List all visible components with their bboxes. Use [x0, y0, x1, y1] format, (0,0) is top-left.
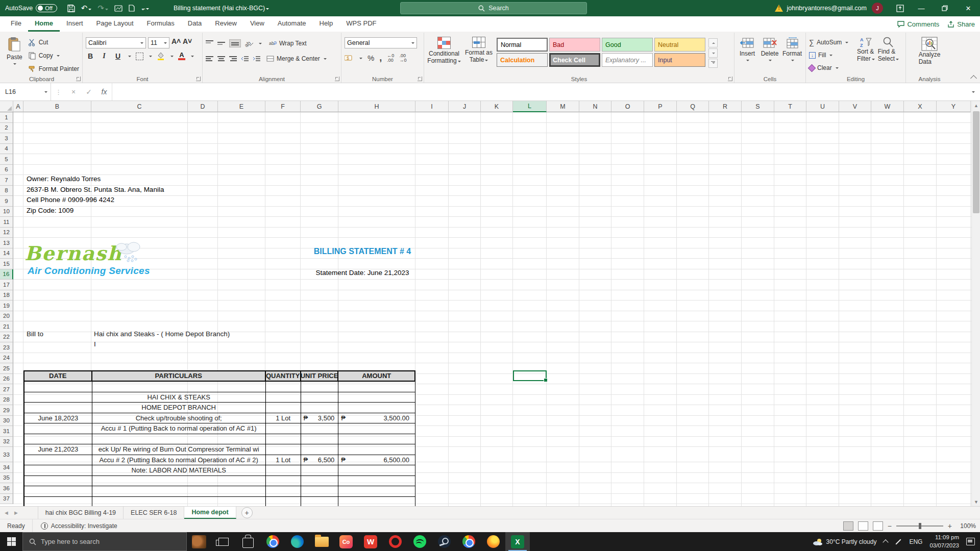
- fill-button[interactable]: ↓Fill: [809, 49, 854, 61]
- tab-wps-pdf[interactable]: WPS PDF: [339, 16, 383, 32]
- account-email[interactable]: johnbryantorres@gmail.com: [787, 5, 867, 12]
- column-header-P[interactable]: P: [644, 101, 677, 112]
- cell-unit-price[interactable]: [301, 444, 339, 455]
- cell-particulars[interactable]: [92, 434, 266, 445]
- cell-date[interactable]: June 21,2023: [24, 444, 92, 455]
- cell-amount[interactable]: [338, 465, 415, 476]
- cell-date[interactable]: [24, 392, 92, 403]
- row-header-37[interactable]: 37: [0, 494, 13, 505]
- action-center-icon[interactable]: [966, 538, 975, 545]
- styles-more-icon[interactable]: [708, 59, 718, 68]
- font-size-select[interactable]: 11: [148, 37, 169, 48]
- table-row[interactable]: HAI CHIX & STEAKS: [24, 392, 415, 403]
- name-box[interactable]: L16: [0, 83, 51, 101]
- copy-button[interactable]: Copy: [28, 50, 79, 61]
- table-row[interactable]: [24, 497, 415, 507]
- comments-button[interactable]: Comments: [897, 20, 939, 28]
- weather-widget[interactable]: 30°C Partly cloudy: [813, 538, 877, 546]
- tab-help[interactable]: Help: [313, 16, 340, 32]
- wps-office-icon[interactable]: W: [358, 532, 383, 551]
- column-header-M[interactable]: M: [547, 101, 579, 112]
- analyze-data-button[interactable]: AnalyzeData: [919, 35, 941, 74]
- row-header-10[interactable]: 10: [0, 207, 13, 217]
- spotify-icon[interactable]: [407, 532, 432, 551]
- tab-review[interactable]: Review: [208, 16, 243, 32]
- merge-center-button[interactable]: Merge & Center: [266, 53, 327, 64]
- italic-button[interactable]: I: [100, 52, 109, 60]
- cell-date[interactable]: [24, 497, 92, 507]
- table-row[interactable]: [24, 434, 415, 445]
- cell-particulars[interactable]: Accu # 2 (Putting Back to normal Operati…: [92, 455, 266, 466]
- steam-icon[interactable]: [432, 532, 456, 551]
- cancel-entry-icon[interactable]: ×: [66, 88, 81, 96]
- column-header-C[interactable]: C: [91, 101, 188, 112]
- format-cells-button[interactable]: Format: [782, 35, 802, 74]
- vertical-scroll-thumb[interactable]: [973, 111, 979, 213]
- row-header-18[interactable]: 18: [0, 290, 13, 301]
- fill-color-icon[interactable]: [157, 52, 165, 60]
- font-color-icon[interactable]: A: [178, 52, 185, 60]
- tab-automate[interactable]: Automate: [271, 16, 313, 32]
- row-header-30[interactable]: 30: [0, 416, 13, 427]
- insert-cells-button[interactable]: Insert: [738, 35, 757, 74]
- insert-function-icon[interactable]: fx: [96, 88, 112, 96]
- column-header-V[interactable]: V: [839, 101, 871, 112]
- scroll-up-icon[interactable]: ▲: [972, 101, 980, 110]
- column-header-D[interactable]: D: [188, 101, 218, 112]
- cell-particulars[interactable]: eck Up/ Re wiring of Burn Out Compressor…: [92, 444, 266, 455]
- save-icon[interactable]: [67, 5, 75, 12]
- styles-scroll-up-icon[interactable]: [708, 38, 718, 47]
- cell-quantity[interactable]: 1 Lot: [266, 413, 301, 424]
- cell-particulars[interactable]: Check up/trouble shooting of;: [92, 413, 266, 424]
- column-header-R[interactable]: R: [709, 101, 742, 112]
- row-header-22[interactable]: 22: [0, 332, 13, 343]
- row-header-5[interactable]: 5: [0, 154, 13, 165]
- sheet-nav-right-icon[interactable]: ►: [10, 510, 22, 516]
- align-center-icon[interactable]: [217, 56, 225, 62]
- cell-quantity[interactable]: [266, 465, 301, 476]
- zoom-slider-knob[interactable]: [919, 523, 921, 529]
- row-header-1[interactable]: 1: [0, 112, 13, 123]
- number-format-select[interactable]: General: [345, 37, 417, 48]
- table-row[interactable]: [24, 486, 415, 497]
- row-header-13[interactable]: 13: [0, 238, 13, 248]
- cell-date[interactable]: June 18,2023: [24, 413, 92, 424]
- row-header-16[interactable]: 16: [0, 269, 13, 280]
- wrap-text-button[interactable]: abWrap Text: [269, 38, 307, 49]
- row-header-35[interactable]: 35: [0, 473, 13, 484]
- style-chip-normal[interactable]: Normal: [497, 38, 548, 52]
- column-header-I[interactable]: I: [415, 101, 449, 112]
- cell-quantity[interactable]: 1 Lot: [266, 455, 301, 466]
- customize-quick-access-icon[interactable]: [114, 5, 122, 12]
- column-header-T[interactable]: T: [774, 101, 806, 112]
- cell-amount[interactable]: ₱6,500.00: [338, 455, 415, 466]
- cell-unit-price[interactable]: [301, 486, 339, 497]
- cut-button[interactable]: Cut: [28, 37, 79, 48]
- row-header-4[interactable]: 4: [0, 144, 13, 155]
- column-header-X[interactable]: X: [904, 101, 937, 112]
- row-header-36[interactable]: 36: [0, 483, 13, 494]
- borders-icon[interactable]: [136, 53, 143, 60]
- number-dialog-launcher[interactable]: [418, 77, 422, 81]
- normal-view-icon[interactable]: [843, 521, 853, 531]
- row-header-34[interactable]: 34: [0, 462, 13, 473]
- column-header-L[interactable]: L: [513, 101, 547, 112]
- cell-unit-price[interactable]: [301, 423, 339, 434]
- column-header-G[interactable]: G: [301, 101, 338, 112]
- row-header-24[interactable]: 24: [0, 353, 13, 364]
- cell-unit-price[interactable]: [301, 403, 339, 413]
- cell-particulars[interactable]: [92, 382, 266, 392]
- increase-indent-icon[interactable]: [253, 56, 260, 62]
- account-warning-icon[interactable]: [775, 5, 783, 12]
- cell-quantity[interactable]: [266, 497, 301, 507]
- cell-particulars[interactable]: HAI CHIX & STEAKS: [92, 392, 266, 403]
- sheet-tab-home-depot[interactable]: Home depot: [184, 507, 236, 519]
- tab-formulas[interactable]: Formulas: [140, 16, 181, 32]
- cell-quantity[interactable]: [266, 423, 301, 434]
- row-header-6[interactable]: 6: [0, 165, 13, 176]
- cell-amount[interactable]: [338, 476, 415, 487]
- cell-amount[interactable]: [338, 392, 415, 403]
- table-row[interactable]: Note: LABOR AND MATERIALS: [24, 465, 415, 476]
- close-button[interactable]: ✕: [957, 0, 980, 16]
- language-indicator[interactable]: ENG: [909, 538, 922, 545]
